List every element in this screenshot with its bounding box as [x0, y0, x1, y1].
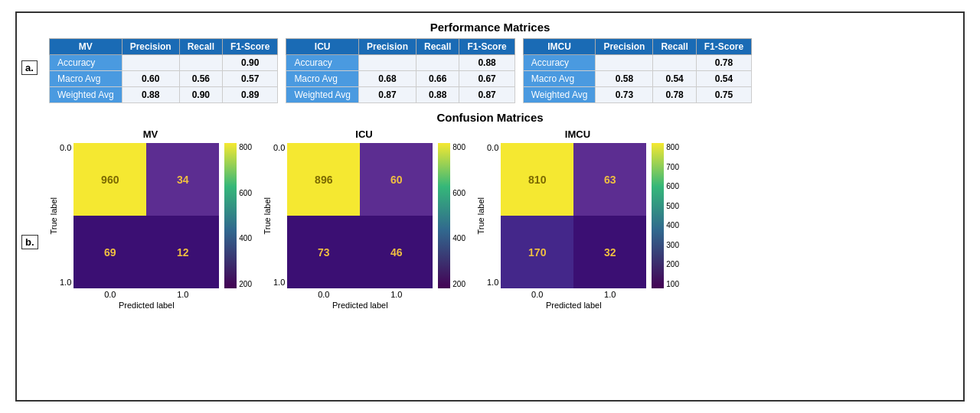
cm-mv-cell-01: 34 — [146, 143, 219, 216]
td-mv-accuracy-label: Accuracy — [50, 55, 122, 71]
cm-mv-ylabel: True label — [49, 197, 58, 235]
td-icu-weighted-label: Weighted Avg — [286, 87, 359, 103]
th-mv-f1: F1-Score — [223, 39, 278, 55]
th-imcu-f1: F1-Score — [696, 39, 751, 55]
cm-icu-cell-00: 896 — [287, 143, 360, 216]
td-imcu-macro-f1: 0.54 — [696, 71, 751, 87]
cm-imcu-colorbar-ticks: 800 700 600 500 400 300 200 100 — [664, 143, 679, 288]
th-icu-precision: Precision — [359, 39, 416, 55]
cm-imcu-cell-01: 63 — [573, 143, 646, 216]
cm-icu-colorbar-svg — [438, 143, 450, 288]
th-icu-recall: Recall — [416, 39, 459, 55]
th-imcu-name: IMCU — [523, 39, 596, 55]
cm-imcu-xlabel: Predicted label — [501, 301, 646, 310]
cm-icu-colorbar-ticks: 800 600 400 200 — [450, 143, 466, 288]
table-row: Macro Avg 0.60 0.56 0.57 — [50, 71, 278, 87]
td-icu-weighted-f1: 0.87 — [459, 87, 514, 103]
td-mv-weighted-f1: 0.89 — [223, 87, 278, 103]
table-mv: MV Precision Recall F1-Score Accuracy 0.… — [49, 38, 278, 103]
cm-imcu-colorbar: 800 700 600 500 400 300 200 100 — [652, 143, 679, 288]
section-a-label: a. — [21, 60, 38, 75]
cm-mv-cell-00: 960 — [74, 143, 146, 216]
cm-icu-colorbar: 800 600 400 200 — [438, 143, 466, 288]
th-mv-name: MV — [50, 39, 122, 55]
cm-mv-title: MV — [143, 128, 158, 140]
cm-icu-ylabel: True label — [263, 197, 272, 235]
td-imcu-accuracy-label: Accuracy — [523, 55, 596, 71]
cm-icu-xticks: 0.0 1.0 — [287, 290, 433, 299]
cm-icu: ICU True label 0.0 1.0 896 60 73 46 — [263, 128, 466, 310]
cm-icu-xlabel: Predicted label — [287, 301, 433, 310]
td-mv-weighted-rec: 0.90 — [179, 87, 222, 103]
cm-icu-cell-11: 46 — [360, 216, 433, 288]
svg-rect-2 — [652, 143, 664, 288]
cm-icu-title: ICU — [355, 128, 372, 140]
performance-section: MV Precision Recall F1-Score Accuracy 0.… — [28, 38, 952, 103]
td-icu-macro-label: Macro Avg — [286, 71, 359, 87]
table-row: Weighted Avg 0.87 0.88 0.87 — [286, 87, 514, 103]
cm-mv-grid: 960 34 69 12 — [74, 143, 219, 288]
th-icu-name: ICU — [286, 39, 359, 55]
cm-mv-xticks: 0.0 1.0 — [74, 290, 219, 299]
section-b-label: b. — [21, 235, 38, 249]
td-mv-weighted-prec: 0.88 — [122, 87, 179, 103]
cm-mv-cell-10: 69 — [74, 216, 146, 288]
cm-mv-cell-11: 12 — [146, 216, 219, 288]
cm-mv-colorbar-ticks: 800 600 400 200 — [237, 143, 252, 288]
cm-imcu-cell-11: 32 — [573, 216, 646, 288]
confusion-section: MV True label 0.0 1.0 960 34 — [28, 128, 952, 310]
td-imcu-macro-prec: 0.58 — [596, 71, 653, 87]
cm-mv: MV True label 0.0 1.0 960 34 — [49, 128, 252, 310]
td-icu-macro-f1: 0.67 — [459, 71, 514, 87]
table-row: Macro Avg 0.68 0.66 0.67 — [286, 71, 514, 87]
outer-container: a. Performance Matrices MV Precision Rec… — [15, 11, 965, 402]
td-mv-macro-rec: 0.56 — [179, 71, 222, 87]
cm-imcu-cell-10: 170 — [501, 216, 573, 288]
td-imcu-macro-label: Macro Avg — [523, 71, 596, 87]
td-icu-macro-prec: 0.68 — [359, 71, 416, 87]
table-row: Weighted Avg 0.73 0.78 0.75 — [523, 87, 751, 103]
performance-title: Performance Matrices — [28, 21, 952, 34]
cm-imcu-ylabel: True label — [476, 197, 485, 235]
td-icu-weighted-prec: 0.87 — [359, 87, 416, 103]
td-imcu-weighted-f1: 0.75 — [696, 87, 751, 103]
td-imcu-weighted-label: Weighted Avg — [523, 87, 596, 103]
table-row: Accuracy 0.88 — [286, 55, 514, 71]
cm-imcu-colorbar-svg — [652, 143, 664, 288]
cm-imcu-title: IMCU — [565, 128, 590, 140]
td-mv-macro-label: Macro Avg — [50, 71, 122, 87]
cm-imcu-grid: 810 63 170 32 — [501, 143, 646, 288]
td-icu-accuracy-prec — [359, 55, 416, 71]
table-row: Macro Avg 0.58 0.54 0.54 — [523, 71, 751, 87]
td-imcu-accuracy-rec — [653, 55, 696, 71]
td-icu-accuracy-label: Accuracy — [286, 55, 359, 71]
table-icu: ICU Precision Recall F1-Score Accuracy 0… — [286, 38, 514, 103]
table-imcu: IMCU Precision Recall F1-Score Accuracy … — [523, 38, 752, 103]
td-icu-weighted-rec: 0.88 — [416, 87, 459, 103]
cm-icu-grid: 896 60 73 46 — [287, 143, 433, 288]
th-icu-f1: F1-Score — [459, 39, 514, 55]
td-mv-weighted-label: Weighted Avg — [50, 87, 122, 103]
td-icu-macro-rec: 0.66 — [416, 71, 459, 87]
td-mv-accuracy-prec — [122, 55, 179, 71]
table-row: Accuracy 0.90 — [50, 55, 278, 71]
td-imcu-accuracy-f1: 0.78 — [696, 55, 751, 71]
td-imcu-weighted-rec: 0.78 — [653, 87, 696, 103]
td-mv-macro-f1: 0.57 — [223, 71, 278, 87]
svg-rect-1 — [438, 143, 450, 288]
td-mv-accuracy-rec — [179, 55, 222, 71]
cm-imcu-cell-00: 810 — [501, 143, 573, 216]
cm-icu-yticks: 0.0 1.0 — [273, 143, 285, 288]
cm-imcu-xticks: 0.0 1.0 — [501, 290, 646, 299]
cm-mv-yticks: 0.0 1.0 — [60, 143, 71, 288]
td-imcu-macro-rec: 0.54 — [653, 71, 696, 87]
td-imcu-accuracy-prec — [596, 55, 653, 71]
cm-icu-cell-10: 73 — [287, 216, 360, 288]
table-row: Accuracy 0.78 — [523, 55, 751, 71]
cm-mv-colorbar: 800 600 400 200 — [224, 143, 252, 288]
th-mv-precision: Precision — [122, 39, 179, 55]
cm-mv-colorbar-svg — [224, 143, 237, 288]
td-mv-macro-prec: 0.60 — [122, 71, 179, 87]
td-mv-accuracy-f1: 0.90 — [223, 55, 278, 71]
cm-imcu-yticks: 0.0 1.0 — [487, 143, 498, 288]
